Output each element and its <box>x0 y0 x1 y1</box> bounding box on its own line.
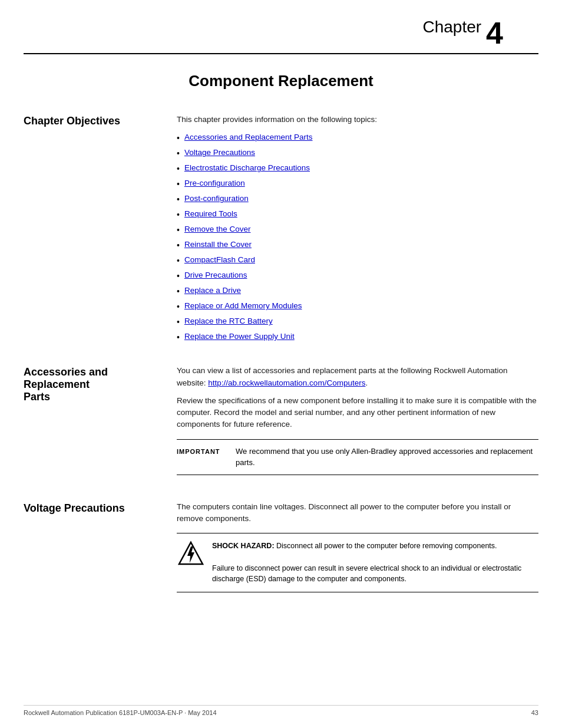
list-item: Replace a Drive <box>177 285 538 298</box>
list-item: Drive Precautions <box>177 269 538 282</box>
toc-link-rtc[interactable]: Replace the RTC Battery <box>184 315 273 327</box>
toc-list: Accessories and Replacement Parts Voltag… <box>177 131 538 344</box>
accessories-para1: You can view a list of accessories and r… <box>177 365 538 389</box>
list-item: Required Tools <box>177 208 538 221</box>
warning-box: SHOCK HAZARD: Disconnect all power to th… <box>177 533 538 592</box>
accessories-para2: Review the specifications of a new compo… <box>177 395 538 431</box>
list-item: Electrostatic Discharge Precautions <box>177 162 538 175</box>
toc-link-postconfig[interactable]: Post-configuration <box>184 193 249 205</box>
rockwell-link[interactable]: http://ab.rockwellautomation.com/Compute… <box>208 378 365 387</box>
section-body-accessories: You can view a list of accessories and r… <box>177 365 538 483</box>
footer-left: Rockwell Automation Publication 6181P-UM… <box>24 709 217 716</box>
toc-link-preconfig[interactable]: Pre-configuration <box>184 177 245 189</box>
list-item: Remove the Cover <box>177 223 538 236</box>
warning-text: SHOCK HAZARD: Disconnect all power to th… <box>212 541 538 585</box>
accessories-heading-line1: Accessories and Replacement <box>24 366 108 390</box>
important-label: IMPORTANT <box>177 446 236 457</box>
accessories-para1-suffix: . <box>365 378 368 387</box>
list-item: Reinstall the Cover <box>177 239 538 252</box>
toc-link-voltage[interactable]: Voltage Precautions <box>184 147 255 159</box>
section-heading-voltage: Voltage Precautions <box>24 501 177 601</box>
svg-marker-1 <box>187 546 194 563</box>
footer-right: 43 <box>531 709 538 716</box>
toc-link-memory[interactable]: Replace or Add Memory Modules <box>184 300 302 312</box>
accessories-heading-line2: Parts <box>24 391 50 403</box>
shock-bold: SHOCK HAZARD: <box>212 542 276 550</box>
list-item: Replace or Add Memory Modules <box>177 300 538 313</box>
section-body-voltage: The computers contain line voltages. Dis… <box>177 501 538 601</box>
chapter-number: 4 <box>486 18 503 48</box>
list-item: Replace the Power Supply Unit <box>177 331 538 344</box>
voltage-para1: The computers contain line voltages. Dis… <box>177 501 538 525</box>
warning-icon-wrap <box>177 541 212 566</box>
toc-link-tools[interactable]: Required Tools <box>184 208 237 220</box>
toc-link-psu[interactable]: Replace the Power Supply Unit <box>184 331 295 342</box>
content-area: Chapter Objectives This chapter provides… <box>0 114 562 618</box>
toc-link-accessories[interactable]: Accessories and Replacement Parts <box>184 131 313 143</box>
section-accessories: Accessories and Replacement Parts You ca… <box>24 365 538 483</box>
toc-link-compactflash[interactable]: CompactFlash Card <box>184 254 255 266</box>
list-item: Replace the RTC Battery <box>177 315 538 328</box>
list-item: CompactFlash Card <box>177 254 538 267</box>
important-text: We recommend that you use only Allen-Bra… <box>236 446 538 469</box>
section-body-objectives: This chapter provides information on the… <box>177 114 538 347</box>
list-item: Accessories and Replacement Parts <box>177 131 538 144</box>
shock-line1: Disconnect all power to the computer bef… <box>276 542 497 550</box>
list-item: Pre-configuration <box>177 177 538 190</box>
toc-link-remove-cover[interactable]: Remove the Cover <box>184 223 251 235</box>
list-item: Post-configuration <box>177 193 538 206</box>
section-chapter-objectives: Chapter Objectives This chapter provides… <box>24 114 538 347</box>
section-voltage: Voltage Precautions The computers contai… <box>24 501 538 601</box>
list-item: Voltage Precautions <box>177 147 538 160</box>
page-footer: Rockwell Automation Publication 6181P-UM… <box>24 705 538 716</box>
shock-hazard-icon <box>178 541 204 566</box>
important-box: IMPORTANT We recommend that you use only… <box>177 439 538 475</box>
toc-link-replace-drive[interactable]: Replace a Drive <box>184 285 241 297</box>
toc-link-drive-precautions[interactable]: Drive Precautions <box>184 269 247 281</box>
chapter-label: Chapter <box>422 18 481 48</box>
chapter-header: Chapter 4 <box>24 0 538 54</box>
section-heading-accessories: Accessories and Replacement Parts <box>24 365 177 483</box>
toc-link-reinstall-cover[interactable]: Reinstall the Cover <box>184 239 252 251</box>
shock-line2: Failure to disconnect power can result i… <box>212 564 521 584</box>
section-heading-objectives: Chapter Objectives <box>24 114 177 347</box>
page-title: Component Replacement <box>24 72 538 90</box>
objectives-intro: This chapter provides information on the… <box>177 114 538 126</box>
toc-link-esd[interactable]: Electrostatic Discharge Precautions <box>184 162 310 174</box>
